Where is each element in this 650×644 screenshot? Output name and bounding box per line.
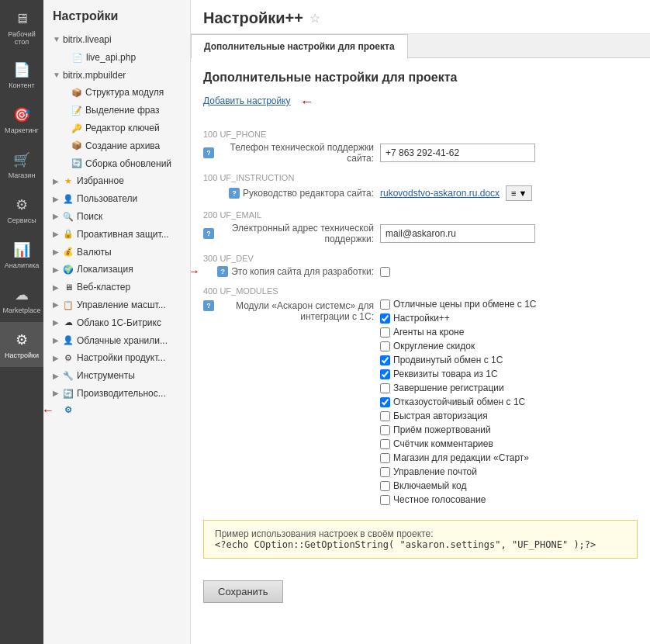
tree-item-label: Управление масшт... <box>77 299 166 312</box>
module-checkbox-1[interactable] <box>380 313 390 324</box>
add-setting-link[interactable]: Добавить настройку <box>203 95 291 106</box>
cloud-icon: ☁ <box>63 317 74 328</box>
tree-item-live-api-php[interactable]: 📄 live_api.php <box>43 49 190 67</box>
sidebar-item-shop[interactable]: 🛒 Магазин <box>0 142 43 187</box>
tree-item-tools[interactable]: ▶ 🔧 Инструменты <box>43 367 190 385</box>
currency-icon: 💰 <box>63 247 74 258</box>
module-checkbox-0[interactable] <box>380 299 390 310</box>
save-row: Сохранить <box>203 568 638 603</box>
module-item-10: Счётчик комментариев <box>380 438 537 449</box>
phone-input[interactable] <box>380 144 535 162</box>
field-icon-modules: ? <box>203 300 214 311</box>
tab-additional-settings[interactable]: Дополнительные настройки для проекта <box>191 34 408 58</box>
tree-item-proactive[interactable]: ▶ 🔒 Проактивная защит... <box>43 226 190 244</box>
module-item-13: Включаемый код <box>380 480 537 491</box>
tree-item-module-struct[interactable]: 📦 Структура модуля <box>43 84 190 102</box>
module-label-3: Округление скидок <box>393 341 475 351</box>
dev-checkbox[interactable] <box>380 267 390 277</box>
module-checkbox-8[interactable] <box>380 411 390 421</box>
tree-item-archive[interactable]: 📦 Создание архива <box>43 137 190 155</box>
email-input[interactable] <box>380 224 535 243</box>
module-checkbox-6[interactable] <box>380 383 390 393</box>
tree-item-label: Избранное <box>77 175 124 188</box>
module-checkbox-3[interactable] <box>380 341 390 351</box>
sidebar-item-desktop[interactable]: 🖥 Рабочий стол <box>0 3 43 52</box>
arrow-icon: ▶ <box>53 388 61 399</box>
module-item-14: Честное голосование <box>380 494 537 505</box>
module-checkbox-2[interactable] <box>380 327 390 338</box>
tree-item-label: Выделение фраз <box>85 104 160 117</box>
section-label-instruction: 100 UF_INSTRUCTION <box>203 173 638 182</box>
tree-item-phrase-highlight[interactable]: 📝 Выделение фраз <box>43 102 190 119</box>
tree-item-scale[interactable]: ▶ 📋 Управление масшт... <box>43 296 190 314</box>
tree-item-label: Веб-кластер <box>77 281 130 294</box>
sidebar-item-marketing[interactable]: 🎯 Маркетинг <box>0 97 43 142</box>
module-checkbox-11[interactable] <box>380 453 390 463</box>
tree-item-key-editor[interactable]: 🔑 Редактор ключей <box>43 119 190 137</box>
tree-item-product-settings[interactable]: ▶ ⚙ Настройки продукт... <box>43 349 190 367</box>
module-label-10: Счётчик комментариев <box>393 438 493 449</box>
module-label-12: Управление почтой <box>393 466 477 477</box>
module-checkbox-10[interactable] <box>380 439 390 449</box>
sidebar-item-settings[interactable]: ⚙ Настройки <box>0 322 43 367</box>
sidebar-item-marketplace[interactable]: ☁ Marketplace <box>0 277 43 322</box>
module-checkbox-14[interactable] <box>380 495 390 505</box>
tree-item-update-build[interactable]: 🔄 Сборка обновлений <box>43 155 190 173</box>
tree-item-liveapi[interactable]: ▼ bitrix.liveapi <box>43 31 190 49</box>
file-link-instruction[interactable]: rukovodstvo-askaron.ru.docx <box>380 188 500 199</box>
arrow-icon: ▶ <box>53 211 61 222</box>
module-label-5: Реквизиты товара из 1С <box>393 369 498 379</box>
tree-item-settings-plus[interactable]: ⚙ ← <box>43 403 190 418</box>
arrow-icon: ▼ <box>53 34 61 45</box>
file-menu-button[interactable]: ≡ ▼ <box>506 185 532 201</box>
modules-checkboxes: Отличные цены при обмене с 1С Настройки+… <box>380 299 537 507</box>
tree-item-cloud-storage[interactable]: ▶ 👤 Облачные хранили... <box>43 332 190 350</box>
tree-item-favorites[interactable]: ▶ ★ Избранное <box>43 172 190 190</box>
module-checkbox-4[interactable] <box>380 355 390 365</box>
module-item-6: Завершение регистрации <box>380 383 537 393</box>
content-area: Дополнительные настройки для проекта Доб… <box>191 58 650 644</box>
sidebar-icons: 🖥 Рабочий стол 📄 Контент 🎯 Маркетинг 🛒 М… <box>0 0 43 644</box>
field-row-dev: → ? Это копия сайта для разработки: <box>203 266 638 277</box>
tree-item-users[interactable]: ▶ 👤 Пользователи <box>43 190 190 208</box>
shop-icon: 🛒 <box>12 151 31 169</box>
favorite-star-icon[interactable]: ☆ <box>309 11 320 26</box>
tree-item-web-cluster[interactable]: ▶ 🖥 Веб-кластер <box>43 279 190 296</box>
tree-item-label: live_api.php <box>86 51 136 64</box>
sidebar-item-content[interactable]: 📄 Контент <box>0 52 43 97</box>
tree-item-cloud-1c[interactable]: ▶ ☁ Облако 1С-Битрикс <box>43 314 190 332</box>
content-icon: 📄 <box>12 61 31 79</box>
module-item-0: Отличные цены при обмене с 1С <box>380 299 537 310</box>
tree-item-label: Создание архива <box>85 140 160 153</box>
page-title: Настройки++ <box>203 9 303 27</box>
sidebar-item-analytics[interactable]: 📊 Аналитика <box>0 232 43 277</box>
arrow-icon: ▶ <box>53 282 61 293</box>
arrow-icon: ▶ <box>53 299 61 310</box>
tree-item-currency[interactable]: ▶ 💰 Валюты <box>43 244 190 261</box>
module-item-5: Реквизиты товара из 1С <box>380 369 537 379</box>
tree-item-search[interactable]: ▶ 🔍 Поиск <box>43 208 190 226</box>
phone-label: ? Телефон технической поддержки сайта: <box>203 142 374 164</box>
module-checkbox-12[interactable] <box>380 467 390 477</box>
module-checkbox-13[interactable] <box>380 481 390 491</box>
settings-icon: ⚙ <box>12 331 31 349</box>
modules-label-text: Модули «Аскарон системс» для интеграции … <box>217 300 374 322</box>
arrow-icon: ▶ <box>53 194 61 205</box>
module-checkbox-5[interactable] <box>380 369 390 379</box>
field-icon-dev: ? <box>217 266 228 277</box>
field-group-email: 200 UF_EMAIL ? Электронный адрес техниче… <box>203 210 638 244</box>
tree-item-label: Проактивная защит... <box>77 228 169 241</box>
save-button[interactable]: Сохранить <box>203 580 283 603</box>
module-item-8: Быстрая авторизация <box>380 410 537 421</box>
module-item-4: Продвинутый обмен с 1С <box>380 355 537 365</box>
sidebar-item-services[interactable]: ⚙ Сервисы <box>0 187 43 232</box>
module-checkbox-7[interactable] <box>380 397 390 407</box>
module-label-14: Честное голосование <box>393 494 486 505</box>
module-label-8: Быстрая авторизация <box>393 410 488 421</box>
module-checkbox-9[interactable] <box>380 425 390 435</box>
add-arrow-indicator: ← <box>300 94 314 110</box>
tree-item-mpbuilder[interactable]: ▼ bitrix.mpbuilder <box>43 67 190 85</box>
tree-item-localization[interactable]: ▶ 🌍 Локализация <box>43 261 190 279</box>
field-row-phone: ? Телефон технической поддержки сайта: <box>203 142 638 164</box>
tree-item-performance[interactable]: ▶ 🔄 Производительнос... <box>43 385 190 403</box>
